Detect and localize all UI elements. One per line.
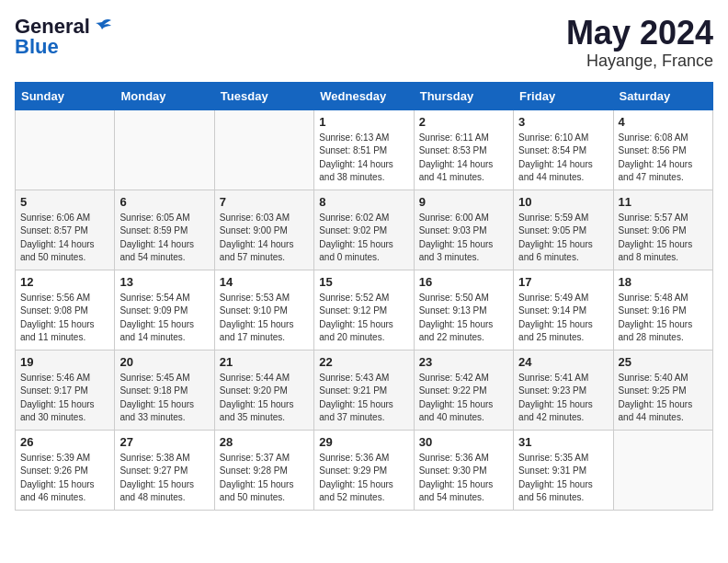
- header-monday: Monday: [115, 82, 214, 109]
- calendar-cell: 13Sunrise: 5:54 AMSunset: 9:09 PMDayligh…: [115, 270, 214, 350]
- day-info: Sunrise: 6:05 AMSunset: 8:59 PMDaylight:…: [119, 212, 209, 265]
- day-number: 12: [20, 275, 109, 289]
- day-info: Sunrise: 6:08 AMSunset: 8:56 PMDaylight:…: [619, 132, 708, 185]
- day-number: 26: [20, 435, 109, 449]
- calendar-body: 1Sunrise: 6:13 AMSunset: 8:51 PMDaylight…: [16, 109, 713, 510]
- calendar-cell: 19Sunrise: 5:46 AMSunset: 9:17 PMDayligh…: [16, 350, 115, 430]
- week-row-5: 26Sunrise: 5:39 AMSunset: 9:26 PMDayligh…: [16, 430, 713, 510]
- day-info: Sunrise: 5:41 AMSunset: 9:23 PMDaylight:…: [518, 372, 608, 425]
- calendar-cell: 7Sunrise: 6:03 AMSunset: 9:00 PMDaylight…: [214, 190, 313, 270]
- header-saturday: Saturday: [613, 82, 712, 109]
- calendar-cell: 14Sunrise: 5:53 AMSunset: 9:10 PMDayligh…: [214, 270, 313, 350]
- day-info: Sunrise: 5:43 AMSunset: 9:21 PMDaylight:…: [319, 372, 408, 425]
- calendar-cell: 10Sunrise: 5:59 AMSunset: 9:05 PMDayligh…: [514, 190, 613, 270]
- calendar-cell: 24Sunrise: 5:41 AMSunset: 9:23 PMDayligh…: [514, 350, 613, 430]
- calendar-cell: 11Sunrise: 5:57 AMSunset: 9:06 PMDayligh…: [613, 190, 712, 270]
- day-info: Sunrise: 6:10 AMSunset: 8:54 PMDaylight:…: [518, 132, 608, 185]
- day-number: 21: [220, 355, 309, 369]
- day-number: 20: [119, 355, 209, 369]
- page-header: General Blue May 2024 Hayange, France: [15, 15, 713, 71]
- day-number: 13: [119, 275, 209, 289]
- day-info: Sunrise: 5:36 AMSunset: 9:30 PMDaylight:…: [419, 452, 508, 505]
- day-info: Sunrise: 5:46 AMSunset: 9:17 PMDaylight:…: [20, 372, 109, 425]
- calendar-cell: 18Sunrise: 5:48 AMSunset: 9:16 PMDayligh…: [613, 270, 712, 350]
- calendar-cell: 1Sunrise: 6:13 AMSunset: 8:51 PMDaylight…: [314, 109, 414, 190]
- calendar-cell: 29Sunrise: 5:36 AMSunset: 9:29 PMDayligh…: [314, 430, 414, 510]
- day-number: 1: [319, 115, 408, 129]
- title-block: May 2024 Hayange, France: [566, 15, 713, 71]
- day-number: 31: [518, 435, 608, 449]
- calendar-cell: 16Sunrise: 5:50 AMSunset: 9:13 PMDayligh…: [414, 270, 513, 350]
- day-number: 22: [319, 355, 408, 369]
- calendar-cell: 30Sunrise: 5:36 AMSunset: 9:30 PMDayligh…: [414, 430, 513, 510]
- header-tuesday: Tuesday: [214, 82, 313, 109]
- calendar-cell: 21Sunrise: 5:44 AMSunset: 9:20 PMDayligh…: [214, 350, 313, 430]
- day-info: Sunrise: 5:35 AMSunset: 9:31 PMDaylight:…: [518, 452, 608, 505]
- day-info: Sunrise: 5:49 AMSunset: 9:14 PMDaylight:…: [518, 292, 608, 345]
- day-number: 16: [419, 275, 508, 289]
- calendar-table: SundayMondayTuesdayWednesdayThursdayFrid…: [15, 82, 713, 511]
- day-info: Sunrise: 5:39 AMSunset: 9:26 PMDaylight:…: [20, 452, 109, 505]
- day-number: 8: [319, 195, 408, 209]
- day-info: Sunrise: 5:48 AMSunset: 9:16 PMDaylight:…: [619, 292, 708, 345]
- day-number: 15: [319, 275, 408, 289]
- calendar-cell: 25Sunrise: 5:40 AMSunset: 9:25 PMDayligh…: [613, 350, 712, 430]
- calendar-cell: 22Sunrise: 5:43 AMSunset: 9:21 PMDayligh…: [314, 350, 414, 430]
- calendar-cell: 12Sunrise: 5:56 AMSunset: 9:08 PMDayligh…: [16, 270, 115, 350]
- week-row-2: 5Sunrise: 6:06 AMSunset: 8:57 PMDaylight…: [16, 190, 713, 270]
- calendar-cell: 23Sunrise: 5:42 AMSunset: 9:22 PMDayligh…: [414, 350, 513, 430]
- calendar-cell: 4Sunrise: 6:08 AMSunset: 8:56 PMDaylight…: [613, 109, 712, 190]
- calendar-cell: 3Sunrise: 6:10 AMSunset: 8:54 PMDaylight…: [514, 109, 613, 190]
- calendar-header-row: SundayMondayTuesdayWednesdayThursdayFrid…: [16, 82, 713, 109]
- day-info: Sunrise: 6:11 AMSunset: 8:53 PMDaylight:…: [419, 132, 508, 185]
- day-number: 24: [518, 355, 608, 369]
- calendar-cell: 27Sunrise: 5:38 AMSunset: 9:27 PMDayligh…: [115, 430, 214, 510]
- day-info: Sunrise: 5:53 AMSunset: 9:10 PMDaylight:…: [220, 292, 309, 345]
- calendar-cell: 17Sunrise: 5:49 AMSunset: 9:14 PMDayligh…: [514, 270, 613, 350]
- calendar-cell: 6Sunrise: 6:05 AMSunset: 8:59 PMDaylight…: [115, 190, 214, 270]
- day-number: 19: [20, 355, 109, 369]
- day-number: 18: [619, 275, 708, 289]
- day-info: Sunrise: 5:45 AMSunset: 9:18 PMDaylight:…: [119, 372, 209, 425]
- day-number: 3: [518, 115, 608, 129]
- day-number: 17: [518, 275, 608, 289]
- calendar-cell: 9Sunrise: 6:00 AMSunset: 9:03 PMDaylight…: [414, 190, 513, 270]
- calendar-cell: 26Sunrise: 5:39 AMSunset: 9:26 PMDayligh…: [16, 430, 115, 510]
- day-number: 10: [518, 195, 608, 209]
- calendar-cell: 5Sunrise: 6:06 AMSunset: 8:57 PMDaylight…: [16, 190, 115, 270]
- day-number: 29: [319, 435, 408, 449]
- day-info: Sunrise: 5:38 AMSunset: 9:27 PMDaylight:…: [119, 452, 209, 505]
- logo-blue: Blue: [15, 35, 59, 59]
- day-info: Sunrise: 6:03 AMSunset: 9:00 PMDaylight:…: [220, 212, 309, 265]
- week-row-1: 1Sunrise: 6:13 AMSunset: 8:51 PMDaylight…: [16, 109, 713, 190]
- day-number: 25: [619, 355, 708, 369]
- day-number: 7: [220, 195, 309, 209]
- day-info: Sunrise: 6:00 AMSunset: 9:03 PMDaylight:…: [419, 212, 508, 265]
- day-info: Sunrise: 5:59 AMSunset: 9:05 PMDaylight:…: [518, 212, 608, 265]
- day-number: 2: [419, 115, 508, 129]
- day-info: Sunrise: 5:56 AMSunset: 9:08 PMDaylight:…: [20, 292, 109, 345]
- calendar-cell: [613, 430, 712, 510]
- week-row-3: 12Sunrise: 5:56 AMSunset: 9:08 PMDayligh…: [16, 270, 713, 350]
- day-info: Sunrise: 5:42 AMSunset: 9:22 PMDaylight:…: [419, 372, 508, 425]
- week-row-4: 19Sunrise: 5:46 AMSunset: 9:17 PMDayligh…: [16, 350, 713, 430]
- day-info: Sunrise: 5:44 AMSunset: 9:20 PMDaylight:…: [220, 372, 309, 425]
- day-number: 9: [419, 195, 508, 209]
- calendar-cell: 2Sunrise: 6:11 AMSunset: 8:53 PMDaylight…: [414, 109, 513, 190]
- calendar-cell: 31Sunrise: 5:35 AMSunset: 9:31 PMDayligh…: [514, 430, 613, 510]
- header-thursday: Thursday: [414, 82, 513, 109]
- calendar-cell: 20Sunrise: 5:45 AMSunset: 9:18 PMDayligh…: [115, 350, 214, 430]
- day-number: 28: [220, 435, 309, 449]
- calendar-title: May 2024: [566, 15, 713, 52]
- calendar-cell: 28Sunrise: 5:37 AMSunset: 9:28 PMDayligh…: [214, 430, 313, 510]
- calendar-cell: [214, 109, 313, 190]
- day-info: Sunrise: 6:13 AMSunset: 8:51 PMDaylight:…: [319, 132, 408, 185]
- day-info: Sunrise: 6:06 AMSunset: 8:57 PMDaylight:…: [20, 212, 109, 265]
- day-number: 6: [119, 195, 209, 209]
- day-info: Sunrise: 5:52 AMSunset: 9:12 PMDaylight:…: [319, 292, 408, 345]
- calendar-cell: 15Sunrise: 5:52 AMSunset: 9:12 PMDayligh…: [314, 270, 414, 350]
- day-info: Sunrise: 6:02 AMSunset: 9:02 PMDaylight:…: [319, 212, 408, 265]
- day-info: Sunrise: 5:57 AMSunset: 9:06 PMDaylight:…: [619, 212, 708, 265]
- day-number: 4: [619, 115, 708, 129]
- logo: General Blue: [15, 15, 112, 59]
